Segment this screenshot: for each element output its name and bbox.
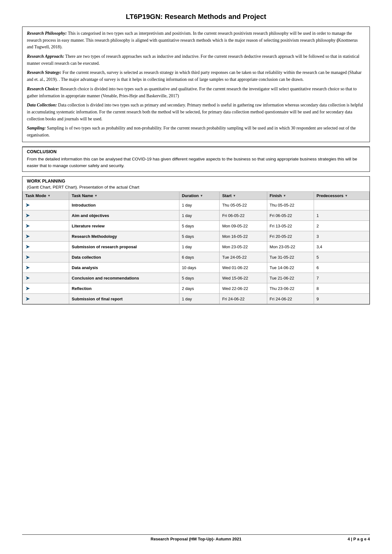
start-cell: Fri 06-05-22 bbox=[220, 210, 267, 221]
footer-bar: Research Proposal (HM Top-Up)- Autumn 20… bbox=[22, 534, 370, 541]
table-row: ➤Aim and objectives1 dayFri 06-05-22Fri … bbox=[23, 210, 370, 221]
finish-cell: Thu 23-06-22 bbox=[267, 283, 314, 294]
task-name-cell: Aim and objectives bbox=[69, 210, 179, 221]
finish-cell: Fri 20-05-22 bbox=[267, 231, 314, 242]
finish-cell: Fri 24-06-22 bbox=[267, 294, 314, 304]
task-name-cell: Submission of research proposal bbox=[69, 242, 179, 252]
task-mode-cell: ➤ bbox=[23, 221, 69, 231]
duration-cell: 6 days bbox=[179, 252, 220, 262]
predecessors-cell: 9 bbox=[314, 294, 369, 304]
col-header-task-name[interactable]: Task Name ▼ bbox=[69, 192, 179, 200]
col-label-start: Start bbox=[222, 193, 232, 198]
duration-cell: 10 days bbox=[179, 262, 220, 273]
finish-cell: Tue 31-05-22 bbox=[267, 252, 314, 262]
duration-cell: 1 day bbox=[179, 294, 220, 304]
task-mode-cell: ➤ bbox=[23, 200, 69, 210]
table-header-row: Task Mode ▼ Task Name ▼ Duration ▼ bbox=[23, 192, 370, 200]
table-row: ➤Data collection6 daysTue 24-05-22Tue 31… bbox=[23, 252, 370, 262]
col-header-start[interactable]: Start ▼ bbox=[220, 192, 267, 200]
start-cell: Wed 01-06-22 bbox=[220, 262, 267, 273]
task-icon: ➤ bbox=[25, 285, 30, 292]
start-cell: Mon 23-05-22 bbox=[220, 242, 267, 252]
col-label-finish: Finish bbox=[270, 193, 282, 198]
task-mode-cell: ➤ bbox=[23, 283, 69, 294]
conclusion-text: From the detailed information this can b… bbox=[22, 155, 370, 172]
task-name-cell: Literature review bbox=[69, 221, 179, 231]
task-name-cell: Research Methodology bbox=[69, 231, 179, 242]
predecessors-cell: 6 bbox=[314, 262, 369, 273]
finish-cell: Mon 23-05-22 bbox=[267, 242, 314, 252]
predecessors-cell: 8 bbox=[314, 283, 369, 294]
finish-cell: Tue 14-06-22 bbox=[267, 262, 314, 273]
page-title: LT6P19GN: Research Methods and Project bbox=[22, 13, 370, 21]
research-approach-para: Research Approach: There are two types o… bbox=[27, 53, 365, 67]
task-icon: ➤ bbox=[25, 233, 30, 239]
sort-arrow-task-name: ▼ bbox=[94, 194, 98, 197]
conclusion-heading: CONCLUSION bbox=[22, 147, 370, 155]
col-header-predecessors[interactable]: Predecessors ▼ bbox=[314, 192, 369, 200]
data-collection-text: Data collection is divided into two type… bbox=[27, 103, 363, 121]
research-philosophy-para: Research Philosophy: This is categorised… bbox=[27, 30, 365, 51]
start-cell: Tue 24-05-22 bbox=[220, 252, 267, 262]
col-header-task-mode[interactable]: Task Mode ▼ bbox=[23, 192, 69, 200]
sort-arrow-finish: ▼ bbox=[283, 194, 286, 197]
task-icon: ➤ bbox=[25, 212, 30, 219]
task-icon: ➤ bbox=[25, 254, 30, 260]
start-cell: Mon 16-05-22 bbox=[220, 231, 267, 242]
gantt-table: Task Mode ▼ Task Name ▼ Duration ▼ bbox=[22, 191, 370, 304]
research-philosophy-text: This is categorised in two types such as… bbox=[27, 31, 358, 49]
col-header-finish[interactable]: Finish ▼ bbox=[267, 192, 314, 200]
citation-1: ( bbox=[337, 38, 338, 43]
work-planning-heading: WORK PLANNING bbox=[22, 177, 370, 184]
sort-arrow-start: ▼ bbox=[233, 194, 236, 197]
predecessors-cell: 1 bbox=[314, 210, 369, 221]
table-row: ➤Submission of research proposal1 dayMon… bbox=[23, 242, 370, 252]
task-mode-cell: ➤ bbox=[23, 210, 69, 221]
predecessors-cell: 3 bbox=[314, 231, 369, 242]
sort-arrow-duration: ▼ bbox=[200, 194, 203, 197]
work-planning-section: WORK PLANNING (Gantt Chart, PERT Chart).… bbox=[22, 176, 370, 304]
duration-cell: 1 day bbox=[179, 210, 220, 221]
task-name-cell: Submission of final report bbox=[69, 294, 179, 304]
data-collection-label: Data Collection: bbox=[27, 103, 57, 107]
duration-cell: 5 days bbox=[179, 231, 220, 242]
conclusion-section: CONCLUSION From the detailed information… bbox=[22, 147, 370, 172]
task-icon: ➤ bbox=[25, 202, 30, 208]
task-mode-cell: ➤ bbox=[23, 294, 69, 304]
task-name-cell: Data collection bbox=[69, 252, 179, 262]
task-mode-cell: ➤ bbox=[23, 273, 69, 283]
table-row: ➤Literature review5 daysMon 09-05-22Fri … bbox=[23, 221, 370, 231]
start-cell: Thu 05-05-22 bbox=[220, 200, 267, 210]
task-mode-cell: ➤ bbox=[23, 262, 69, 273]
page-number: 4 | P a g e 4 bbox=[347, 537, 370, 541]
start-cell: Wed 15-06-22 bbox=[220, 273, 267, 283]
duration-cell: 5 days bbox=[179, 221, 220, 231]
research-strategy-para: Research Strategy: For the current resea… bbox=[27, 69, 365, 83]
predecessors-cell: 7 bbox=[314, 273, 369, 283]
table-row: ➤Reflection2 daysWed 22-06-22Thu 23-06-2… bbox=[23, 283, 370, 294]
table-row: ➤Data analysis10 daysWed 01-06-22Tue 14-… bbox=[23, 262, 370, 273]
task-mode-cell: ➤ bbox=[23, 252, 69, 262]
task-icon: ➤ bbox=[25, 223, 30, 229]
duration-cell: 1 day bbox=[179, 200, 220, 210]
table-row: ➤Introduction1 dayThu 05-05-22Thu 05-05-… bbox=[23, 200, 370, 210]
task-name-cell: Data analysis bbox=[69, 262, 179, 273]
task-name-cell: Reflection bbox=[69, 283, 179, 294]
duration-cell: 2 days bbox=[179, 283, 220, 294]
table-row: ➤Conclusion and recommendations5 daysWed… bbox=[23, 273, 370, 283]
col-label-duration: Duration bbox=[182, 193, 199, 198]
finish-cell: Fri 06-05-22 bbox=[267, 210, 314, 221]
task-icon: ➤ bbox=[25, 264, 30, 271]
finish-cell: Thu 05-05-22 bbox=[267, 200, 314, 210]
sampling-para: Sampling: Sampling is of two types such … bbox=[27, 125, 365, 138]
start-cell: Fri 24-06-22 bbox=[220, 294, 267, 304]
start-cell: Mon 09-05-22 bbox=[220, 221, 267, 231]
task-mode-cell: ➤ bbox=[23, 231, 69, 242]
gantt-subtitle: (Gantt Chart, PERT Chart). Presentation … bbox=[22, 184, 370, 191]
duration-cell: 1 day bbox=[179, 242, 220, 252]
task-mode-cell: ➤ bbox=[23, 242, 69, 252]
predecessors-cell: 2 bbox=[314, 221, 369, 231]
research-approach-text: There are two types of research approach… bbox=[27, 54, 359, 66]
sort-arrow-predecessors: ▼ bbox=[345, 194, 348, 197]
col-header-duration[interactable]: Duration ▼ bbox=[179, 192, 220, 200]
